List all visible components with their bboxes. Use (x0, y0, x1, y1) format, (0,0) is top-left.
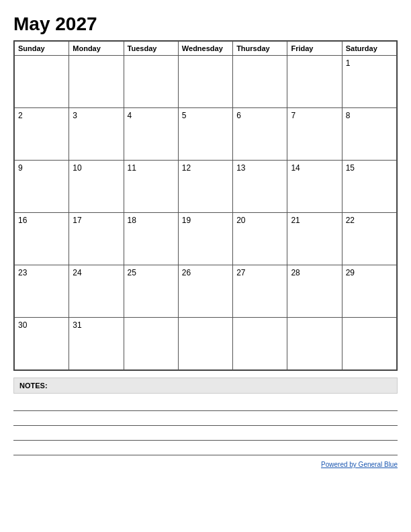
calendar-cell-2-0: 9 (15, 161, 69, 213)
calendar-cell-4-3: 26 (178, 265, 232, 318)
calendar-cell-5-5 (287, 318, 342, 370)
calendar-cell-2-5: 14 (287, 161, 342, 213)
calendar-cell-0-1 (69, 56, 124, 108)
calendar-cell-1-1: 3 (69, 108, 124, 161)
calendar-cell-5-0: 30 (15, 318, 69, 370)
calendar-row-4: 23242526272829 (15, 265, 397, 318)
calendar-cell-4-1: 24 (69, 265, 124, 318)
header-cell-wednesday: Wednesday (178, 42, 232, 56)
header-cell-monday: Monday (69, 42, 124, 56)
calendar-cell-4-4: 27 (233, 265, 287, 318)
powered-by-link[interactable]: Powered by General Blue (321, 461, 398, 468)
month-title: May 2027 (13, 13, 398, 35)
notes-line-2 (13, 411, 398, 426)
header-cell-thursday: Thursday (233, 42, 287, 56)
calendar-row-3: 16171819202122 (15, 213, 397, 265)
calendar-cell-3-3: 19 (178, 213, 232, 265)
header-cell-friday: Friday (287, 42, 342, 56)
calendar-cell-4-2: 25 (124, 265, 178, 318)
calendar-cell-0-3 (178, 56, 232, 108)
calendar-cell-1-3: 5 (178, 108, 232, 161)
calendar-cell-4-6: 29 (342, 265, 396, 318)
header-cell-tuesday: Tuesday (124, 42, 178, 56)
page: May 2027 SundayMondayTuesdayWednesdayThu… (0, 0, 411, 532)
calendar-row-2: 9101112131415 (15, 161, 397, 213)
calendar-cell-2-2: 11 (124, 161, 178, 213)
calendar-cell-2-6: 15 (342, 161, 396, 213)
calendar-cell-0-0 (15, 56, 69, 108)
calendar-cell-2-1: 10 (69, 161, 124, 213)
calendar-header: SundayMondayTuesdayWednesdayThursdayFrid… (15, 42, 397, 56)
notes-header: NOTES: (13, 378, 398, 394)
notes-line-1 (13, 396, 398, 411)
calendar-cell-4-5: 28 (287, 265, 342, 318)
powered-by: Powered by General Blue (13, 461, 398, 468)
calendar-cell-3-0: 16 (15, 213, 69, 265)
calendar-cell-5-2 (124, 318, 178, 370)
calendar-cell-5-3 (178, 318, 232, 370)
calendar-cell-5-4 (233, 318, 287, 370)
calendar-body: 1234567891011121314151617181920212223242… (15, 56, 397, 370)
calendar-cell-0-4 (233, 56, 287, 108)
calendar-cell-0-2 (124, 56, 178, 108)
calendar-cell-5-6 (342, 318, 396, 370)
calendar-cell-1-5: 7 (287, 108, 342, 161)
calendar-cell-3-6: 22 (342, 213, 396, 265)
calendar-cell-3-2: 18 (124, 213, 178, 265)
calendar-cell-0-5 (287, 56, 342, 108)
calendar-cell-1-4: 6 (233, 108, 287, 161)
notes-lines (13, 396, 398, 455)
calendar-cell-3-5: 21 (287, 213, 342, 265)
calendar-cell-3-4: 20 (233, 213, 287, 265)
header-cell-saturday: Saturday (342, 42, 396, 56)
calendar-cell-5-1: 31 (69, 318, 124, 370)
calendar-row-1: 2345678 (15, 108, 397, 161)
calendar-row-5: 3031 (15, 318, 397, 370)
calendar-cell-2-4: 13 (233, 161, 287, 213)
header-row: SundayMondayTuesdayWednesdayThursdayFrid… (15, 42, 397, 56)
calendar-row-0: 1 (15, 56, 397, 108)
header-cell-sunday: Sunday (15, 42, 69, 56)
notes-section: NOTES: (13, 378, 398, 455)
notes-line-3 (13, 426, 398, 441)
calendar-cell-1-2: 4 (124, 108, 178, 161)
calendar-cell-1-6: 8 (342, 108, 396, 161)
calendar-table: SundayMondayTuesdayWednesdayThursdayFrid… (14, 41, 397, 370)
notes-line-4 (13, 441, 398, 455)
calendar-wrapper: SundayMondayTuesdayWednesdayThursdayFrid… (13, 40, 398, 371)
calendar-cell-3-1: 17 (69, 213, 124, 265)
calendar-cell-1-0: 2 (15, 108, 69, 161)
calendar-cell-2-3: 12 (178, 161, 232, 213)
calendar-cell-0-6: 1 (342, 56, 396, 108)
calendar-cell-4-0: 23 (15, 265, 69, 318)
